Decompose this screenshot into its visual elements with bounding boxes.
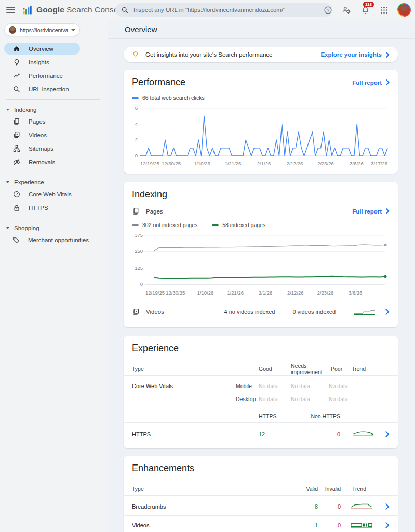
eye-off-icon <box>12 158 20 166</box>
manage-users-icon[interactable] <box>341 5 352 15</box>
svg-text:2: 2 <box>135 137 138 142</box>
cwv-desktop-row[interactable]: Desktop No data No data No data <box>132 392 390 405</box>
gauge-icon <box>12 190 20 198</box>
svg-text:2/23/26: 2/23/26 <box>317 161 334 166</box>
svg-text:4: 4 <box>135 121 138 127</box>
chevron-down-icon <box>71 29 75 31</box>
svg-text:?: ? <box>327 7 329 12</box>
videos-indexing-row[interactable]: Videos 4 no videos indexed 0 videos inde… <box>132 302 390 321</box>
experience-title: Experience <box>132 343 390 354</box>
search-icon <box>122 7 128 14</box>
sidebar-item-removals[interactable]: Removals <box>4 156 80 168</box>
sidebar-section-indexing[interactable]: Indexing <box>0 104 108 115</box>
lock-icon <box>12 204 20 211</box>
svg-text:1/21/26: 1/21/26 <box>225 161 242 166</box>
svg-text:0: 0 <box>135 153 138 158</box>
svg-text:2/12/26: 2/12/26 <box>287 290 304 296</box>
help-icon[interactable]: ? <box>323 5 333 15</box>
lightbulb-icon <box>12 58 20 66</box>
indexing-title: Indexing <box>132 189 390 200</box>
legend-dash-blue <box>132 97 139 99</box>
sidebar-divider <box>6 218 100 218</box>
performance-card: Performance Full report 66 total web sea… <box>124 70 398 174</box>
google-search-console-app: GoogleSearch Console ? 118 <box>0 0 415 532</box>
performance-full-report-link[interactable]: Full report <box>352 79 390 86</box>
notifications-bell-icon[interactable]: 118 <box>360 5 370 15</box>
pages-icon <box>12 117 20 125</box>
insights-banner[interactable]: Get insights into your site's Search per… <box>124 47 398 62</box>
sidebar-item-pages[interactable]: Pages <box>4 115 80 127</box>
sidebar-item-url-inspection[interactable]: URL inspection <box>4 83 80 95</box>
divider <box>124 422 398 423</box>
cwv-mobile-row[interactable]: Core Web Vitals Mobile No data No data N… <box>132 379 390 392</box>
https-sparkline <box>352 429 377 440</box>
sidebar-item-sitemaps[interactable]: Sitemaps <box>4 142 80 154</box>
sidebar-section-shopping[interactable]: Shopping <box>0 222 108 234</box>
svg-text:2/1/26: 2/1/26 <box>257 161 271 166</box>
pages-icon <box>132 207 140 215</box>
sidebar-item-core-web-vitals[interactable]: Core Web Vitals <box>4 188 80 200</box>
page-header: Overview <box>108 20 415 39</box>
topbar-actions: ? 118 <box>323 0 411 20</box>
svg-text:2/1/26: 2/1/26 <box>259 290 272 296</box>
chevron-right-icon[interactable] <box>385 503 390 510</box>
sidebar-item-videos[interactable]: Videos <box>4 129 80 141</box>
sidebar-section-experience[interactable]: Experience <box>0 177 108 188</box>
app-title: GoogleSearch Console <box>36 5 125 15</box>
url-inspect-searchbox[interactable] <box>115 3 332 17</box>
experience-card: Experience Type Good Needs improvement P… <box>124 336 398 448</box>
video-icon <box>132 308 140 316</box>
caret-down-icon <box>6 227 9 229</box>
svg-text:3/6/26: 3/6/26 <box>350 161 363 166</box>
banner-text: Get insights into your site's Search per… <box>145 51 320 58</box>
svg-text:12/19/25: 12/19/25 <box>140 161 159 166</box>
https-row[interactable]: HTTPS 12 0 <box>132 427 390 442</box>
property-label: https://lordvincentvan... <box>20 27 69 33</box>
experience-table-header: Type Good Needs improvement Poor Trend <box>132 362 390 375</box>
svg-text:125: 125 <box>135 265 143 271</box>
chevron-right-icon[interactable] <box>385 309 390 315</box>
top-bar: GoogleSearch Console ? 118 <box>0 0 415 20</box>
search-input[interactable] <box>133 7 326 13</box>
svg-text:12/30/25: 12/30/25 <box>166 290 185 296</box>
svg-text:1/21/26: 1/21/26 <box>227 290 244 296</box>
enhancements-table-header: Type Valid Invalid Trend <box>132 482 390 495</box>
chevron-right-icon[interactable] <box>385 522 390 528</box>
property-selector[interactable]: https://lordvincentvan... <box>4 23 80 36</box>
clicks-legend: 66 total web search clicks <box>132 95 205 101</box>
svg-text:375: 375 <box>135 232 143 238</box>
sidebar-item-https[interactable]: HTTPS <box>4 202 80 214</box>
svg-text:2/12/26: 2/12/26 <box>287 161 303 166</box>
breadcrumbs-sparkline <box>350 501 384 512</box>
svg-text:1/10/26: 1/10/26 <box>194 161 210 166</box>
sidebar-item-overview[interactable]: Overview <box>4 43 80 55</box>
explore-insights-link[interactable]: Explore your insights <box>320 51 390 58</box>
hamburger-menu-icon[interactable] <box>0 0 21 20</box>
enhancement-row-videos[interactable]: Videos 1 0 <box>132 518 390 532</box>
sidebar-item-performance[interactable]: Performance <box>4 70 80 82</box>
performance-title: Performance <box>132 77 185 88</box>
legend-dash-green <box>212 224 219 226</box>
svg-text:3/6/26: 3/6/26 <box>349 290 362 296</box>
chevron-right-icon <box>386 208 390 214</box>
sidebar-item-merchant-opportunities[interactable]: Merchant opportunities <box>4 234 80 246</box>
chevron-right-icon[interactable] <box>385 431 390 437</box>
indexing-full-report-link[interactable]: Full report <box>352 208 390 215</box>
page-title: Overview <box>125 25 157 34</box>
enhancement-row-breadcrumbs[interactable]: Breadcrumbs 8 0 <box>132 499 390 513</box>
pages-row-label: Pages <box>146 208 352 215</box>
svg-text:12/19/25: 12/19/25 <box>145 290 165 296</box>
sidebar-divider <box>6 172 100 172</box>
video-icon <box>12 131 20 139</box>
apps-grid-icon[interactable] <box>379 5 389 15</box>
divider <box>124 495 398 496</box>
svg-text:1/10/26: 1/10/26 <box>197 290 214 296</box>
sidebar-item-insights[interactable]: Insights <box>4 56 80 68</box>
svg-text:3/17/26: 3/17/26 <box>371 161 387 166</box>
caret-down-icon <box>6 109 9 111</box>
avatar[interactable] <box>397 3 411 17</box>
trend-icon <box>12 72 20 79</box>
google-search-console-logo[interactable]: GoogleSearch Console <box>22 5 125 16</box>
svg-text:12/30/25: 12/30/25 <box>162 161 181 166</box>
divider <box>124 375 398 376</box>
